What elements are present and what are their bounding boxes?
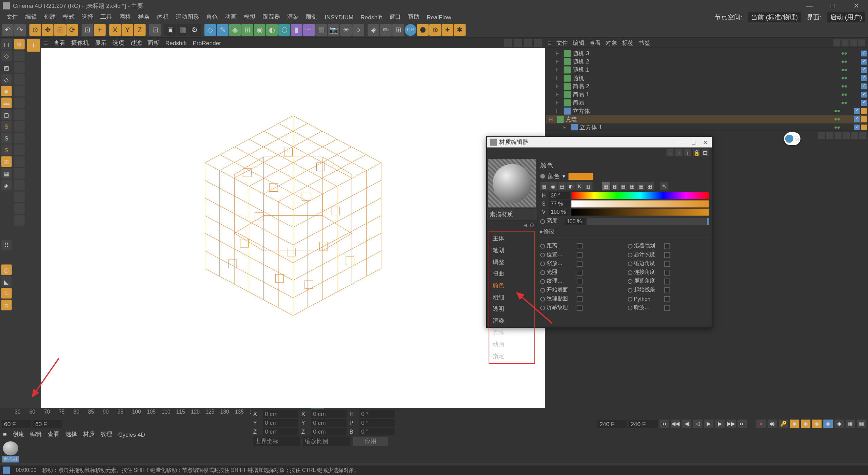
field-icon[interactable]: 〰	[303, 24, 315, 36]
mat-menu-edit[interactable]: 编辑	[30, 430, 42, 438]
shade-icon[interactable]: ◣	[1, 276, 12, 287]
object-row[interactable]: ⊟克隆✓	[546, 115, 867, 123]
repeat-icon[interactable]: ↻	[1, 288, 12, 299]
vp-menu-view[interactable]: 查看	[54, 39, 65, 47]
qr-icon[interactable]: QR	[405, 24, 416, 36]
material-tab[interactable]: 笔划	[490, 245, 533, 256]
t11-icon[interactable]	[14, 156, 25, 167]
material-preview[interactable]	[488, 159, 536, 207]
target-icon[interactable]: ⊕	[429, 24, 441, 36]
point-icon[interactable]: ◆	[1, 86, 12, 96]
matwin-dock-icon[interactable]: ⊡	[702, 149, 709, 156]
vp-menu-display[interactable]: 显示	[95, 39, 107, 47]
uv2-icon[interactable]: ▦	[1, 168, 12, 178]
coord-b-value[interactable]: 0 °	[359, 428, 395, 436]
mat-menu-select[interactable]: 选择	[65, 430, 77, 438]
rp-filter-icon[interactable]	[842, 39, 849, 46]
vp-nav1-icon[interactable]	[504, 39, 512, 47]
next-frame-icon[interactable]: ▶	[715, 420, 725, 428]
keymode2-icon[interactable]: ▦	[857, 420, 866, 428]
mode3-icon[interactable]: ▦	[619, 182, 628, 190]
camera-icon[interactable]: 📷	[328, 24, 339, 36]
vp-menu-options[interactable]: 选项	[113, 39, 124, 47]
hue-slider[interactable]	[571, 192, 709, 199]
attr-lock-icon[interactable]	[851, 132, 858, 139]
coord-p-value[interactable]: 0 °	[359, 419, 395, 427]
menu-sculpt[interactable]: 雕刻	[302, 13, 321, 21]
modifier-option[interactable]: 沿着笔划	[628, 242, 709, 250]
wheel-icon[interactable]: ◐	[567, 182, 575, 190]
material-thumb[interactable]: 素描材	[2, 441, 19, 462]
z-axis-icon[interactable]: Z	[134, 24, 146, 36]
modifier-option[interactable]: 屏幕角度	[628, 278, 709, 285]
subdivision-icon[interactable]: ◈	[229, 24, 241, 36]
autokey-icon[interactable]: ◉	[768, 420, 777, 428]
scale-key-icon[interactable]: ◆	[812, 420, 822, 428]
object-row[interactable]: ⊦简易.2✓	[546, 82, 867, 90]
last-tool-icon[interactable]: ⊡	[82, 24, 94, 36]
vp-menu-filter[interactable]: 过滤	[130, 39, 142, 47]
dotgrid-icon[interactable]: ⠿	[1, 240, 12, 250]
explosion-icon[interactable]: ✱	[454, 24, 466, 36]
menu-file[interactable]: 文件	[3, 13, 22, 21]
modifier-option[interactable]: 纹理…	[540, 278, 622, 285]
texture-icon[interactable]: ▨	[1, 62, 12, 73]
material-tab[interactable]: 调整	[490, 256, 533, 268]
s-value[interactable]: 77 %	[549, 201, 570, 208]
mode2-icon[interactable]: ▦	[611, 182, 619, 190]
array-icon[interactable]: ⊞	[241, 24, 253, 36]
rp-hamburger-icon[interactable]: ≡	[548, 39, 552, 46]
mat-menu-texture[interactable]: 纹理	[101, 430, 113, 438]
t7-icon[interactable]	[14, 109, 25, 120]
menu-render[interactable]: 渲染	[284, 13, 302, 21]
prev-key-icon[interactable]: ◀◀	[671, 420, 680, 428]
menu-tools[interactable]: 工具	[97, 13, 116, 21]
mode4-icon[interactable]: ▦	[628, 182, 636, 190]
scale-tool-icon[interactable]: ⊞	[54, 24, 66, 36]
modifier-option[interactable]: 缩放…	[540, 260, 622, 268]
object-row[interactable]: ⊦随机.2✓	[546, 58, 867, 66]
matwin-minimize[interactable]: —	[678, 139, 685, 146]
attr-home-icon[interactable]	[843, 132, 850, 139]
t9-icon[interactable]	[14, 133, 25, 143]
modifier-option[interactable]: 开始表面	[540, 286, 622, 294]
rp-search-icon[interactable]	[833, 39, 841, 46]
next-key-icon[interactable]: ▶▶	[726, 420, 736, 428]
modifier-option[interactable]: 位置…	[540, 251, 622, 259]
material-tab[interactable]: 指定	[490, 350, 533, 362]
color-dropdown-icon[interactable]: ▾	[563, 173, 566, 179]
spark-icon[interactable]: ✦	[441, 24, 453, 36]
t15-icon[interactable]	[14, 203, 25, 214]
attr-back-icon[interactable]	[818, 132, 825, 139]
material-tab[interactable]: 扭曲	[490, 268, 533, 280]
t4-icon[interactable]	[14, 74, 25, 84]
vp-nav4-icon[interactable]	[534, 39, 542, 47]
undo-icon[interactable]: ↶	[2, 24, 14, 36]
v-value[interactable]: 100 %	[549, 209, 570, 216]
rp-eye-icon[interactable]	[850, 39, 857, 46]
viewport-canvas[interactable]	[41, 48, 545, 408]
menu-spline[interactable]: 样条	[135, 13, 153, 21]
t12-icon[interactable]	[14, 168, 25, 178]
editable-icon[interactable]: ▢	[1, 39, 12, 49]
record-icon[interactable]: ●	[756, 420, 766, 428]
modifier-option[interactable]: 距离…	[540, 242, 622, 250]
play-icon[interactable]: ▶	[704, 420, 714, 428]
mat-hamburger-icon[interactable]: ≡	[3, 431, 7, 438]
menu-mesh[interactable]: 网格	[116, 13, 134, 21]
instance-icon[interactable]: ◉	[254, 24, 265, 36]
t13-icon[interactable]	[14, 180, 25, 190]
menu-redshift[interactable]: Redshift	[357, 14, 386, 20]
coord-x-value[interactable]: 0 cm	[263, 410, 298, 418]
matwin-lock-icon[interactable]: 🔒	[693, 149, 700, 156]
rp-menu-objects[interactable]: 对象	[606, 38, 617, 46]
ime-badge[interactable]: 英	[784, 132, 800, 145]
uv-icon[interactable]: ⊞	[1, 156, 12, 167]
t8-icon[interactable]	[14, 121, 25, 132]
coord-apply[interactable]: 应用	[353, 437, 388, 446]
object-row[interactable]: ⊦随机.1✓	[546, 66, 867, 74]
matwin-fwd-icon[interactable]: →	[675, 149, 683, 156]
cloner-icon[interactable]: ⬡	[278, 24, 290, 36]
menu-window[interactable]: 窗口	[386, 13, 404, 21]
menu-mode[interactable]: 模式	[59, 13, 78, 21]
